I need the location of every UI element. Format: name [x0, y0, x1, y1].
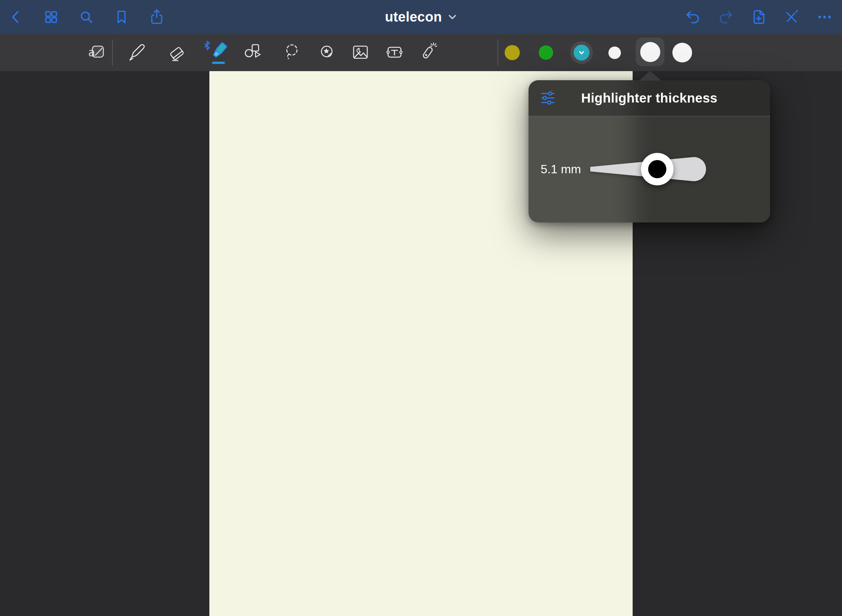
topbar-left-group	[7, 0, 165, 34]
text-tool-icon	[384, 42, 405, 63]
document-title: utelecon	[385, 9, 442, 25]
redo-icon	[717, 8, 734, 26]
add-page-button[interactable]	[750, 8, 767, 26]
writing-mode-icon: a	[86, 42, 108, 63]
svg-text:a: a	[88, 46, 95, 59]
undo-button[interactable]	[684, 8, 702, 26]
thickness-dot-small	[608, 47, 621, 59]
pages-overview-button[interactable]	[42, 8, 60, 26]
document-title-button[interactable]: utelecon	[385, 0, 457, 34]
back-icon	[7, 8, 25, 26]
share-button[interactable]	[148, 8, 165, 26]
pen-tool-icon	[127, 42, 148, 63]
chevron-down-icon	[448, 13, 457, 21]
undo-icon	[684, 8, 702, 26]
toolbar-divider	[497, 39, 498, 66]
color-swatch-yellow[interactable]	[504, 44, 521, 61]
image-tool-icon	[350, 42, 371, 63]
more-icon	[816, 8, 833, 26]
highlighter-tool-icon	[201, 40, 229, 65]
popup-header: Highlighter thickness	[529, 80, 770, 117]
chevron-down-icon	[578, 50, 585, 56]
bookmark-button[interactable]	[113, 8, 130, 26]
back-button[interactable]	[7, 8, 25, 26]
thickness-dot-medium	[640, 42, 660, 62]
more-button[interactable]	[816, 8, 833, 26]
topbar-right-group	[684, 0, 833, 34]
thickness-dot-large	[672, 43, 692, 62]
sliders-icon	[539, 89, 557, 107]
pages-overview-icon	[42, 8, 60, 26]
popup-title: Highlighter thickness	[581, 90, 717, 106]
color-swatch-teal-selected[interactable]	[570, 41, 593, 64]
search-button[interactable]	[78, 8, 95, 26]
lasso-tool-icon	[281, 42, 302, 63]
app-screen: utelecon a	[0, 0, 842, 616]
stylus-cross-icon	[783, 8, 800, 26]
tool-elements[interactable]	[312, 38, 341, 67]
laser-pointer-tool-icon	[417, 42, 438, 63]
popup-body: 5.1 mm	[529, 117, 770, 222]
tool-image[interactable]	[346, 38, 375, 67]
eraser-tool-icon	[166, 42, 187, 63]
popup-caret	[639, 71, 661, 81]
elements-sticker-icon	[316, 42, 337, 63]
tool-shapes[interactable]	[239, 38, 267, 67]
tool-laser-pointer[interactable]	[413, 38, 442, 67]
thickness-slider[interactable]	[589, 152, 707, 186]
tool-lasso[interactable]	[277, 38, 306, 67]
highlighter-thickness-popup: Highlighter thickness 5.1 mm	[529, 80, 770, 222]
tool-highlighter[interactable]	[201, 38, 229, 67]
thickness-preset-medium-selected[interactable]	[636, 37, 664, 66]
shapes-tool-icon	[242, 42, 264, 63]
green-color-dot	[539, 45, 553, 60]
thickness-preset-small[interactable]	[607, 45, 622, 60]
tools-toolbar: a	[0, 34, 842, 71]
thickness-value: 5.1 mm	[541, 162, 581, 176]
bookmark-icon	[113, 8, 130, 26]
thickness-preset-large[interactable]	[672, 42, 693, 63]
top-navigation-bar: utelecon	[0, 0, 842, 34]
slider-thumb-dot	[648, 160, 666, 178]
tool-writing-mode[interactable]: a	[83, 38, 111, 67]
share-icon	[148, 8, 165, 26]
tool-text[interactable]	[380, 38, 409, 67]
toolbar-divider	[112, 39, 113, 66]
bluetooth-icon	[205, 41, 209, 50]
tool-pen[interactable]	[123, 38, 152, 67]
add-page-icon	[750, 8, 767, 26]
slider-thumb[interactable]	[641, 153, 674, 185]
stylus-toggle-button[interactable]	[783, 8, 800, 26]
redo-button[interactable]	[717, 8, 734, 26]
tool-eraser[interactable]	[162, 38, 191, 67]
teal-color-dot	[574, 45, 589, 61]
yellow-color-dot	[505, 45, 520, 60]
color-swatch-green[interactable]	[538, 45, 554, 61]
search-icon	[78, 8, 95, 26]
